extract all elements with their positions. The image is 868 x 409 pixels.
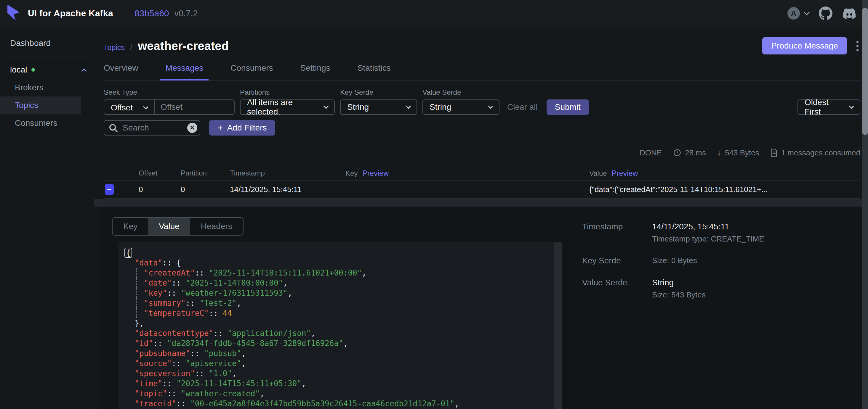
collapse-row-button[interactable] (105, 184, 114, 195)
tab-statistics[interactable]: Statistics (352, 63, 396, 80)
table-row[interactable]: 0 0 14/11/2025, 15:45:11 {"data":{"creat… (104, 180, 860, 199)
meta-key-size: Size: 0 Bytes (652, 256, 866, 265)
message-meta-panel: Timestamp 14/11/2025, 15:45:11 Timestamp… (570, 207, 866, 409)
status-consumed: 1 messages consumed (781, 148, 860, 158)
chevron-down-icon (323, 104, 329, 109)
expanded-row-strip (94, 199, 868, 207)
discord-icon[interactable] (842, 6, 856, 20)
meta-timestamp-value: 14/11/2025, 15:45:11 (652, 222, 866, 232)
key-preview-link[interactable]: Preview (362, 169, 389, 177)
kafka-ui-app: UI for Apache Kafka 83b5a60 v0.7.2 A Das… (0, 0, 868, 409)
offset-input[interactable] (155, 100, 234, 114)
sidebar-item-dashboard[interactable]: Dashboard (0, 34, 94, 53)
json-vertical-scrollbar[interactable] (554, 242, 561, 409)
tab-consumers[interactable]: Consumers (225, 63, 278, 80)
user-menu[interactable]: A (787, 7, 809, 20)
kebab-menu-icon[interactable] (855, 39, 860, 53)
value-serde-label: Value Serde (423, 88, 499, 97)
value-preview-link[interactable]: Preview (612, 169, 638, 177)
app-title: UI for Apache Kafka (28, 8, 113, 19)
chevron-down-icon (488, 104, 493, 109)
json-viewer: { "data":: { "createdAt":: "2025-11-14T1… (118, 242, 562, 409)
cell-offset: 0 (138, 185, 181, 194)
cluster-status-dot (31, 68, 35, 72)
consume-status-bar: DONE 28 ms ↓ 543 Bytes 1 messages consum… (104, 148, 860, 158)
add-filters-button[interactable]: + Add Filters (209, 120, 275, 136)
sidebar-item-consumers[interactable]: Consumers (0, 114, 94, 132)
document-icon (771, 148, 778, 157)
col-offset: Offset (138, 169, 181, 177)
json-code: { "data":: { "createdAt":: "2025-11-14T1… (118, 242, 561, 409)
main-content: Topics / weather-created Produce Message… (94, 27, 868, 409)
seek-type-label: Seek Type (104, 88, 235, 97)
key-serde-label: Key Serde (340, 88, 417, 97)
avatar[interactable]: A (787, 7, 800, 20)
search-row: ✕ + Add Filters (104, 120, 860, 136)
cell-partition: 0 (181, 185, 230, 194)
produce-message-button[interactable]: Produce Message (762, 37, 847, 55)
tab-messages[interactable]: Messages (160, 63, 209, 80)
col-partition: Partition (181, 169, 230, 177)
cell-value-preview: {"data":{"createdAt":"2025-11-14T10:15:1… (589, 185, 860, 194)
meta-value-size: Size: 543 Bytes (652, 290, 866, 300)
messages-table: Offset Partition Timestamp Key Preview V… (104, 166, 860, 199)
cluster-name: local (10, 65, 27, 75)
value-serde-select[interactable]: String (423, 99, 499, 115)
sidebar-cluster-local[interactable]: local (0, 61, 94, 79)
breadcrumb-topics-link[interactable]: Topics (104, 43, 125, 52)
detail-tab-headers[interactable]: Headers (190, 218, 243, 235)
search-clear-icon[interactable]: ✕ (187, 123, 197, 133)
sidebar-item-brokers[interactable]: Brokers (0, 79, 94, 97)
cell-timestamp: 14/11/2025, 15:45:11 (230, 185, 345, 194)
breadcrumb-separator: / (130, 42, 132, 52)
detail-tab-key[interactable]: Key (113, 218, 148, 235)
page-title: weather-created (138, 39, 229, 53)
filters-bar: Seek Type Offset Partitions All items ar… (104, 88, 860, 115)
chevron-down-icon (849, 104, 854, 109)
topic-tabs: Overview Messages Consumers Settings Sta… (104, 63, 860, 80)
chevron-down-icon (804, 9, 810, 15)
status-state: DONE (640, 148, 662, 158)
meta-timestamp-type: Timestamp type: CREATE_TIME (652, 234, 866, 244)
github-icon[interactable] (819, 6, 832, 20)
partitions-select[interactable]: All items are selected. (240, 99, 335, 115)
meta-value-serde: String (652, 278, 866, 287)
tab-settings[interactable]: Settings (295, 63, 336, 80)
search-icon (108, 123, 119, 134)
detail-tab-value[interactable]: Value (148, 218, 190, 235)
key-serde-select[interactable]: String (340, 99, 417, 115)
meta-timestamp-label: Timestamp (582, 222, 652, 244)
sidebar-item-topics[interactable]: Topics (0, 97, 81, 114)
topbar: UI for Apache Kafka 83b5a60 v0.7.2 A (0, 0, 868, 27)
chevron-down-icon (406, 104, 411, 109)
seek-type-select[interactable]: Offset (104, 100, 154, 115)
tab-overview[interactable]: Overview (98, 63, 144, 80)
version-label: v0.7.2 (175, 8, 198, 19)
meta-value-serde-label: Value Serde (582, 278, 652, 300)
partitions-label: Partitions (240, 88, 335, 97)
status-elapsed: 28 ms (685, 148, 706, 158)
meta-key-serde-label: Key Serde (582, 256, 652, 266)
kafka-ui-logo (6, 4, 20, 22)
submit-button[interactable]: Submit (547, 99, 589, 115)
clear-all-link[interactable]: Clear all (507, 102, 538, 112)
breadcrumb: Topics / weather-created (104, 39, 229, 53)
sidebar-divider (6, 57, 88, 58)
commit-link[interactable]: 83b5a60 (134, 8, 169, 19)
clock-icon (673, 148, 681, 157)
status-bytes: 543 Bytes (725, 148, 759, 158)
sidebar: Dashboard local Brokers Topics Consumers (0, 27, 94, 409)
window-scrollbar-thumb[interactable] (862, 8, 868, 135)
order-select[interactable]: Oldest First (798, 99, 860, 115)
chevron-down-icon (143, 104, 148, 109)
detail-tabs: Key Value Headers (112, 217, 244, 236)
col-value: Value (589, 169, 607, 177)
chevron-up-icon (81, 68, 87, 74)
col-timestamp: Timestamp (230, 169, 345, 177)
message-detail-panel: Key Value Headers { "data":: { "createdA… (100, 207, 866, 409)
arrow-down-icon: ↓ (717, 148, 721, 158)
col-key: Key (345, 169, 358, 177)
window-scrollbar (862, 0, 868, 409)
